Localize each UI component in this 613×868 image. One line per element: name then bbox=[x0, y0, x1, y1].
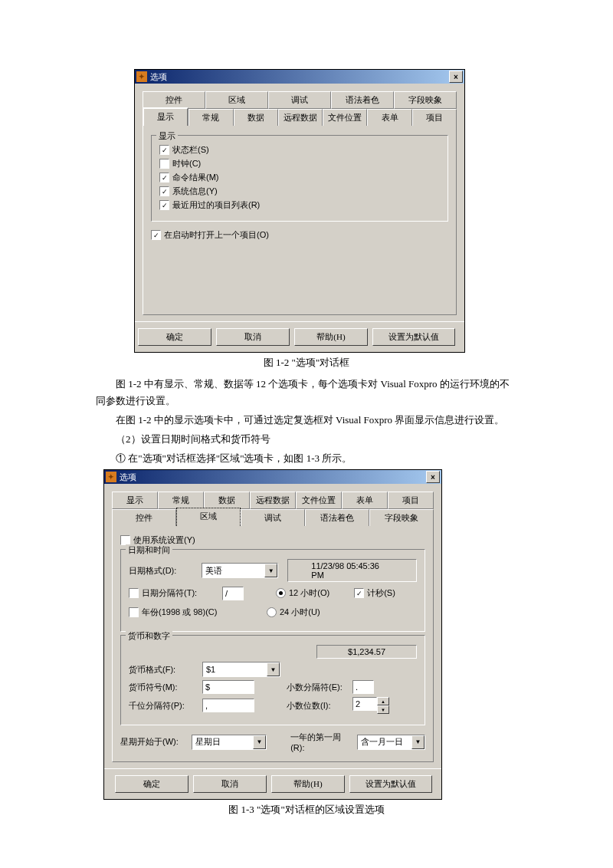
tab-data[interactable]: 数据 bbox=[204, 492, 250, 509]
currency-symbol-input[interactable]: $ bbox=[202, 680, 254, 694]
tab-project[interactable]: 项目 bbox=[412, 109, 457, 126]
cancel-button[interactable]: 取消 bbox=[216, 328, 290, 346]
titlebar: ✦ 选项 × bbox=[135, 70, 464, 84]
dec-sep-label: 小数分隔符(E): bbox=[287, 682, 348, 693]
dec-dig-label: 小数位数(I): bbox=[287, 700, 348, 712]
tab-remotedata[interactable]: 远程数据 bbox=[250, 492, 296, 509]
decimal-digits-spinner[interactable]: 2 ▲▼ bbox=[352, 697, 389, 714]
button-row: 确定 取消 帮助(H) 设置为默认值 bbox=[135, 321, 464, 352]
figure-caption-1: 图 1-2 "选项"对话框 bbox=[96, 356, 517, 370]
tab-display[interactable]: 显示 bbox=[112, 492, 158, 509]
tab-row-back: 控件 区域 调试 语法着色 字段映象 bbox=[143, 91, 457, 109]
tab-form[interactable]: 表单 bbox=[367, 109, 411, 126]
check-cmdresult[interactable]: ✓命令结果(M) bbox=[159, 172, 440, 183]
ok-button[interactable]: 确定 bbox=[138, 328, 211, 346]
datetime-preview: 11/23/98 05:45:36 PM bbox=[287, 559, 417, 582]
radio-12hour[interactable]: 12 小时(O) bbox=[276, 587, 329, 599]
check-sysinfo[interactable]: ✓系统信息(Y) bbox=[159, 186, 440, 197]
tab-filelocation[interactable]: 文件位置 bbox=[323, 109, 367, 126]
paragraph: 图 1-2 中有显示、常规、数据等 12 个选项卡，每个选项卡对 Visual … bbox=[96, 376, 517, 409]
options-dialog-2: ✦ 选项 × 显示 常规 数据 远程数据 文件位置 表单 项目 控件 区域 调试… bbox=[103, 469, 442, 800]
tab-controls[interactable]: 控件 bbox=[143, 91, 205, 109]
week-start-label: 星期开始于(W): bbox=[120, 736, 187, 748]
figure-caption-2: 图 1-3 "选项"对话框的区域设置选项 bbox=[96, 803, 517, 817]
tab-syntax[interactable]: 语法着色 bbox=[331, 91, 394, 109]
check-datesep[interactable]: 日期分隔符(T): bbox=[129, 587, 218, 599]
first-week-label: 一年的第一周(R): bbox=[290, 732, 352, 752]
tab-row-front: 控件 区域 调试 语法着色 字段映象 bbox=[112, 509, 434, 526]
tab-project[interactable]: 项目 bbox=[388, 492, 434, 509]
currency-preview: $1,234.57 bbox=[316, 645, 417, 659]
first-week-combo[interactable]: 含一月一日▼ bbox=[357, 735, 425, 750]
tab-row-front: 显示 常规 数据 远程数据 文件位置 表单 项目 bbox=[143, 109, 457, 126]
options-dialog-1: ✦ 选项 × 控件 区域 调试 语法着色 字段映象 显示 常规 数据 远程数据 … bbox=[134, 69, 465, 353]
spin-down-icon[interactable]: ▼ bbox=[377, 705, 389, 714]
tab-controls[interactable]: 控件 bbox=[112, 509, 176, 526]
tab-debug[interactable]: 调试 bbox=[241, 509, 305, 526]
dialog-title: 选项 bbox=[120, 472, 136, 483]
close-icon[interactable]: × bbox=[449, 71, 463, 83]
dialog-title: 选项 bbox=[150, 71, 167, 83]
group-legend: 显示 bbox=[156, 130, 178, 142]
tab-general[interactable]: 常规 bbox=[158, 492, 204, 509]
chevron-down-icon: ▼ bbox=[267, 663, 280, 676]
currency-group: 货币和数字 $1,234.57 货币格式(F): $1▼ 货币符号(M): $ … bbox=[120, 635, 425, 725]
date-format-label: 日期格式(D): bbox=[129, 565, 197, 577]
currency-format-combo[interactable]: $1▼ bbox=[202, 662, 280, 677]
thou-sep-input[interactable]: , bbox=[202, 699, 254, 712]
help-button[interactable]: 帮助(H) bbox=[294, 328, 368, 346]
tab-form[interactable]: 表单 bbox=[342, 492, 388, 509]
chevron-down-icon: ▼ bbox=[411, 735, 425, 749]
tab-row-back: 显示 常规 数据 远程数据 文件位置 表单 项目 bbox=[112, 492, 434, 509]
curr-fmt-label: 货币格式(F): bbox=[129, 664, 198, 676]
check-seconds[interactable]: ✓计秒(S) bbox=[354, 587, 395, 599]
tab-general[interactable]: 常规 bbox=[188, 109, 233, 126]
tab-fieldmap[interactable]: 字段映象 bbox=[369, 509, 434, 526]
default-button[interactable]: 设置为默认值 bbox=[349, 775, 432, 793]
tab-panel: 显示 ✓状态栏(S) 时钟(C) ✓命令结果(M) ✓系统信息(Y) ✓最近用过… bbox=[143, 126, 457, 315]
datetime-group: 日期和时间 日期格式(D): 美语▼ 11/23/98 05:45:36 PM … bbox=[120, 549, 425, 632]
chevron-down-icon: ▼ bbox=[253, 735, 266, 749]
paragraph: （2）设置日期时间格式和货币符号 bbox=[96, 431, 517, 448]
close-icon[interactable]: × bbox=[426, 471, 440, 483]
dec-sep-input[interactable]: . bbox=[352, 680, 374, 694]
tab-syntax[interactable]: 语法着色 bbox=[305, 509, 369, 526]
cancel-button[interactable]: 取消 bbox=[193, 775, 267, 793]
tab-region[interactable]: 区域 bbox=[205, 91, 268, 109]
week-start-combo[interactable]: 星期日▼ bbox=[192, 735, 267, 750]
chevron-down-icon: ▼ bbox=[264, 564, 277, 577]
check-statusbar[interactable]: ✓状态栏(S) bbox=[159, 144, 440, 156]
tab-debug[interactable]: 调试 bbox=[268, 91, 331, 109]
display-group: 显示 ✓状态栏(S) 时钟(C) ✓命令结果(M) ✓系统信息(Y) ✓最近用过… bbox=[151, 135, 448, 222]
paragraph: ① 在"选项"对话框选择"区域"选项卡，如图 1-3 所示。 bbox=[96, 450, 517, 467]
tab-filelocation[interactable]: 文件位置 bbox=[296, 492, 342, 509]
thou-sep-label: 千位分隔符(P): bbox=[129, 700, 198, 712]
group-legend: 日期和时间 bbox=[126, 544, 172, 556]
fox-icon: ✦ bbox=[106, 472, 116, 482]
date-sep-input[interactable]: / bbox=[222, 587, 244, 600]
paragraph: 在图 1-2 中的显示选项卡中，可通过选定复选框对 Visual Foxpro … bbox=[96, 412, 517, 429]
check-clock[interactable]: 时钟(C) bbox=[159, 158, 440, 169]
tab-display[interactable]: 显示 bbox=[143, 107, 188, 126]
tab-fieldmap[interactable]: 字段映象 bbox=[394, 91, 457, 109]
tab-data[interactable]: 数据 bbox=[234, 109, 278, 126]
tab-region[interactable]: 区域 bbox=[176, 508, 241, 526]
curr-sym-label: 货币符号(M): bbox=[129, 682, 198, 693]
button-row: 确定 取消 帮助(H) 设置为默认值 bbox=[104, 768, 441, 799]
group-legend: 货币和数字 bbox=[126, 630, 172, 642]
tab-remotedata[interactable]: 远程数据 bbox=[278, 109, 323, 126]
help-button[interactable]: 帮助(H) bbox=[271, 775, 345, 793]
ok-button[interactable]: 确定 bbox=[115, 775, 188, 793]
check-year4digit[interactable]: 年份(1998 或 98)(C) bbox=[129, 607, 244, 618]
tab-panel: 使用系统设置(Y) 日期和时间 日期格式(D): 美语▼ 11/23/98 05… bbox=[112, 526, 434, 762]
default-button[interactable]: 设置为默认值 bbox=[372, 328, 455, 346]
radio-24hour[interactable]: 24 小时(U) bbox=[267, 607, 320, 618]
check-recentprojects[interactable]: ✓最近用过的项目列表(R) bbox=[159, 199, 440, 211]
fox-icon: ✦ bbox=[136, 71, 147, 82]
spin-up-icon[interactable]: ▲ bbox=[377, 697, 389, 705]
date-format-combo[interactable]: 美语▼ bbox=[202, 563, 279, 578]
check-openlastproject[interactable]: ✓在启动时打开上一个项目(O) bbox=[151, 229, 448, 241]
titlebar: ✦ 选项 × bbox=[104, 470, 441, 484]
